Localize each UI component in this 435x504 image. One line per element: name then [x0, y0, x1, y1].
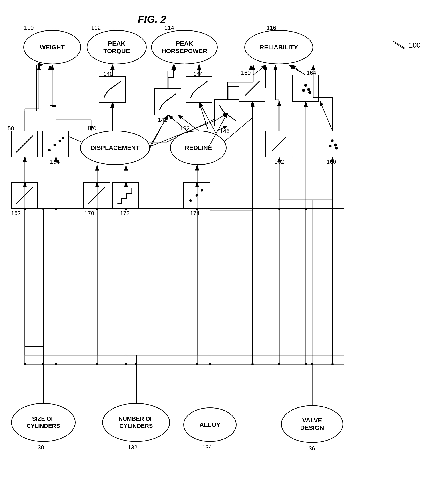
- box-146: [214, 99, 241, 126]
- svg-point-70: [189, 199, 192, 202]
- svg-point-169: [278, 207, 280, 210]
- svg-point-98: [55, 363, 57, 365]
- ref-142: 142: [158, 117, 167, 124]
- weight-label: WEIGHT: [40, 44, 65, 51]
- svg-point-75: [304, 84, 307, 87]
- redline-label: REDLINE: [185, 144, 212, 152]
- displacement-label: DISPLACEMENT: [90, 144, 139, 152]
- redline-node: REDLINE: [170, 131, 227, 165]
- ref-146: 146: [220, 128, 230, 135]
- ref-170: 170: [84, 210, 94, 217]
- svg-line-73: [245, 81, 259, 96]
- box-142: [154, 88, 181, 115]
- svg-point-68: [62, 136, 64, 139]
- svg-line-155: [289, 65, 305, 75]
- valve-design-label: VALVEDESIGN: [300, 416, 324, 432]
- size-cylinders-node: SIZE OFCYLINDERS: [11, 403, 75, 442]
- box-152: [11, 182, 38, 209]
- svg-point-168: [251, 207, 254, 210]
- svg-line-63: [16, 136, 33, 152]
- reliability-node: RELIABILITY: [244, 30, 313, 64]
- svg-line-2: [393, 41, 404, 48]
- ref-132: 132: [128, 444, 137, 451]
- ref-160: 160: [241, 70, 250, 76]
- svg-line-64: [16, 187, 33, 204]
- svg-point-80: [334, 144, 337, 146]
- ref-144: 144: [193, 71, 203, 78]
- svg-line-138: [199, 103, 208, 131]
- fig-title: FIG. 2: [138, 13, 166, 25]
- ref-164: 164: [306, 70, 316, 76]
- svg-point-121: [305, 363, 307, 365]
- svg-line-42: [253, 65, 267, 75]
- svg-point-71: [195, 194, 198, 197]
- ref-116: 116: [267, 24, 276, 31]
- alloy-node: ALLOY: [183, 407, 237, 442]
- weight-node: WEIGHT: [23, 30, 81, 64]
- svg-point-106: [125, 363, 127, 365]
- svg-point-93: [311, 363, 313, 365]
- svg-line-61: [199, 102, 217, 135]
- svg-point-92: [209, 363, 211, 365]
- svg-point-79: [331, 139, 333, 142]
- svg-point-118: [251, 363, 254, 365]
- box-150: [11, 131, 38, 157]
- svg-line-45: [320, 101, 333, 131]
- size-cylinders-label: SIZE OFCYLINDERS: [27, 415, 60, 429]
- svg-point-72: [201, 189, 203, 191]
- svg-point-78: [308, 91, 311, 94]
- svg-point-115: [332, 363, 334, 365]
- box-166: [319, 131, 345, 157]
- ref-112: 112: [91, 24, 101, 31]
- ref-152: 152: [11, 210, 21, 217]
- svg-point-161: [42, 207, 45, 210]
- reliability-label: RELIABILITY: [260, 44, 298, 51]
- svg-point-170: [305, 207, 307, 210]
- number-cylinders-label: NUMBER OFCYLINDERS: [119, 415, 154, 429]
- peak-torque-node: PEAKTORQUE: [87, 30, 147, 64]
- svg-point-91: [135, 363, 137, 365]
- ref-140: 140: [103, 71, 113, 78]
- ref-172: 172: [120, 210, 130, 217]
- ref-154: 154: [50, 158, 60, 165]
- box-144: [185, 76, 212, 103]
- alloy-label: ALLOY: [200, 421, 221, 429]
- ref-110: 110: [24, 24, 34, 31]
- svg-point-65: [48, 149, 51, 151]
- ref-162: 162: [274, 158, 284, 165]
- ref-100: 100: [409, 41, 421, 49]
- svg-line-69: [88, 187, 105, 204]
- box-174: [183, 182, 210, 209]
- svg-point-112: [278, 363, 280, 365]
- valve-design-node: VALVEDESIGN: [281, 405, 343, 443]
- svg-line-84: [396, 43, 404, 49]
- ref-174: 174: [190, 210, 200, 217]
- box-160: [239, 75, 266, 102]
- displacement-node: DISPLACEMENT: [80, 131, 150, 165]
- svg-point-90: [42, 363, 45, 365]
- ref-120: 120: [87, 125, 96, 132]
- svg-point-67: [58, 140, 61, 142]
- svg-point-81: [329, 144, 332, 147]
- ref-166: 166: [327, 158, 336, 165]
- svg-point-96: [24, 363, 26, 365]
- svg-point-109: [196, 363, 198, 365]
- ref-134: 134: [202, 444, 212, 451]
- svg-line-139: [142, 131, 168, 140]
- svg-line-43: [291, 65, 306, 75]
- ref-136: 136: [305, 445, 315, 452]
- svg-point-77: [302, 89, 305, 92]
- number-cylinders-node: NUMBER OFCYLINDERS: [102, 403, 170, 442]
- svg-point-102: [96, 363, 98, 365]
- ref-122: 122: [180, 125, 190, 132]
- peak-torque-label: PEAKTORQUE: [103, 40, 130, 55]
- box-172: [112, 182, 139, 209]
- svg-point-82: [335, 146, 338, 149]
- ref-130: 130: [34, 444, 44, 451]
- ref-114: 114: [164, 24, 174, 31]
- box-170: [83, 182, 110, 209]
- peak-horsepower-node: PEAKHORSEPOWER: [151, 30, 218, 64]
- ref-150: 150: [4, 125, 14, 132]
- box-162: [266, 131, 292, 157]
- svg-line-74: [272, 137, 286, 151]
